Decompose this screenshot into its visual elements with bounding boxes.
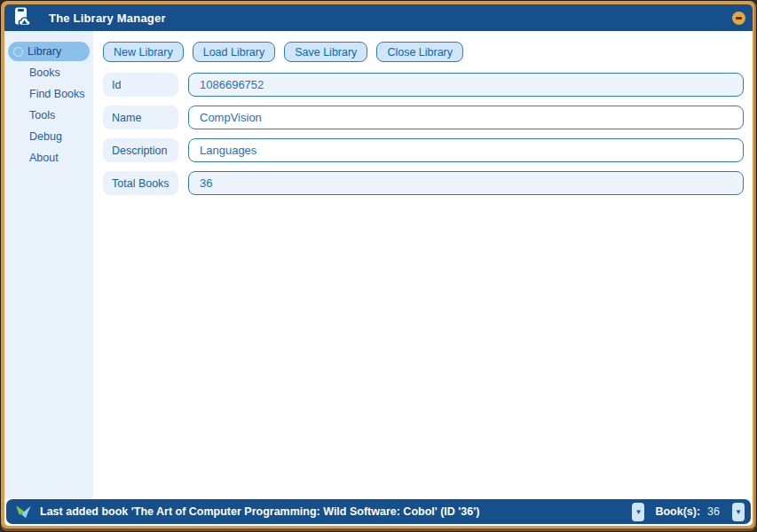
minimize-icon <box>736 17 742 20</box>
new-library-button[interactable]: New Library <box>103 42 184 62</box>
save-library-button[interactable]: Save Library <box>284 42 367 62</box>
name-field[interactable] <box>188 106 744 129</box>
sidebar-item-debug[interactable]: Debug <box>8 127 90 146</box>
sidebar-item-tools[interactable]: Tools <box>8 106 90 125</box>
radio-circle-icon <box>13 47 23 57</box>
chevron-down-icon: ▼ <box>635 508 642 516</box>
id-field[interactable] <box>188 73 744 97</box>
name-label: Name <box>103 106 178 129</box>
sidebar-item-find-books[interactable]: Find Books <box>8 84 90 104</box>
field-row-description: Description <box>103 138 744 162</box>
app-window: The Library Manager Library Books Find B… <box>4 4 753 526</box>
description-label: Description <box>103 138 178 162</box>
library-toolbar: New Library Load Library Save Library Cl… <box>103 42 744 62</box>
sidebar-item-label: Books <box>29 66 60 79</box>
books-count-label: Book(s): <box>655 505 700 518</box>
book-cloud-icon <box>10 5 36 30</box>
id-label: Id <box>103 73 178 97</box>
field-row-name: Name <box>103 106 744 129</box>
sidebar-item-label: Debug <box>29 130 62 143</box>
minimize-button[interactable] <box>732 12 745 25</box>
sidebar-item-label: Find Books <box>29 88 85 100</box>
sidebar-item-label: About <box>29 152 59 164</box>
load-library-button[interactable]: Load Library <box>193 42 276 62</box>
sidebar-item-label: Tools <box>29 109 55 121</box>
chevron-down-icon: ▼ <box>735 508 742 516</box>
books-dropdown[interactable]: ▼ <box>732 503 745 521</box>
statusbar: Last added book 'The Art of Computer Pro… <box>6 499 751 524</box>
window-title: The Library Manager <box>49 12 166 25</box>
status-message: Last added book 'The Art of Computer Pro… <box>40 505 625 518</box>
books-count-value: 36 <box>707 505 720 518</box>
description-field[interactable] <box>188 138 744 162</box>
body-row: Library Books Find Books Tools Debug Abo… <box>4 31 753 498</box>
field-row-id: Id <box>103 73 744 97</box>
total-books-label: Total Books <box>103 171 178 195</box>
sidebar: Library Books Find Books Tools Debug Abo… <box>4 31 93 498</box>
sidebar-item-label: Library <box>28 45 61 58</box>
window-frame: The Library Manager Library Books Find B… <box>0 0 757 532</box>
sidebar-item-library[interactable]: Library <box>8 42 90 61</box>
sidebar-item-books[interactable]: Books <box>8 63 90 82</box>
sidebar-item-about[interactable]: About <box>8 148 90 168</box>
close-library-button[interactable]: Close Library <box>376 42 463 62</box>
titlebar: The Library Manager <box>4 4 753 31</box>
field-row-total-books: Total Books <box>103 171 744 195</box>
status-history-dropdown[interactable]: ▼ <box>632 503 644 521</box>
total-books-field[interactable] <box>188 171 744 195</box>
bird-icon <box>13 502 33 521</box>
library-panel: New Library Load Library Save Library Cl… <box>93 31 753 498</box>
